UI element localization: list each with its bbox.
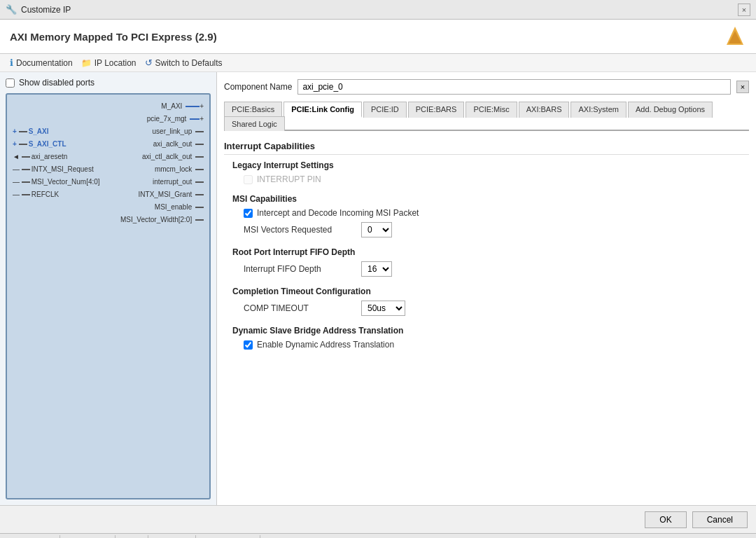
bottom-tab-log[interactable]: Log (115, 535, 148, 539)
msi-vectors-select[interactable]: 012481632 (361, 222, 392, 237)
tab-axi-bars[interactable]: AXI:BARS (519, 102, 570, 118)
xilinx-logo (724, 25, 746, 48)
fifo-depth-label: Interrupt FIFO Depth (244, 264, 356, 274)
port-row: MSI_enable (10, 201, 206, 214)
component-name-input[interactable] (298, 79, 731, 95)
tab-pcie-misc[interactable]: PCIE:Misc (465, 102, 517, 118)
port-row: MSI_Vector_Width[2:0] (10, 214, 206, 226)
footer-buttons: OK Cancel (645, 511, 748, 528)
bottom-bar: Tcl ConsoleMessagesLogReportsDesign Runs (0, 533, 756, 538)
section-title: Interrupt Capabilities (224, 141, 749, 155)
enable-dynamic-row: Enable Dynamic Address Translation (244, 340, 749, 350)
port-row: — INTX_MSI_Request mmcm_lock (10, 163, 206, 176)
toolbar: ℹ Documentation 📁 IP Location ↺ Switch t… (0, 54, 756, 72)
fifo-depth-select[interactable]: 48163264 (361, 261, 392, 277)
completion-timeout-section: Completion Timeout Configuration COMP TI… (232, 287, 749, 316)
fifo-depth-row: Interrupt FIFO Depth 48163264 (244, 261, 749, 277)
interrupt-pin-label: INTERRUPT PIN (257, 174, 321, 184)
component-diagram: M_AXI + pcie_7x_mgt + + S_AXI user_link_… (6, 93, 211, 499)
cancel-button[interactable]: Cancel (692, 511, 748, 528)
port-s-axi-ctl: + S_AXI_CTL (13, 138, 66, 151)
app-icon: 🔧 (6, 4, 17, 15)
ip-location-button[interactable]: 📁 IP Location (81, 58, 136, 68)
comp-timeout-select[interactable]: 50us100us200us1ms10ms (361, 301, 405, 316)
port-msi-vector-num: — MSI_Vector_Num[4:0] (13, 176, 100, 188)
footer: OK Cancel (0, 505, 756, 533)
port-row: pcie_7x_mgt + (10, 113, 206, 125)
port-pcie-7x: pcie_7x_mgt + (147, 113, 204, 125)
show-disabled-row: Show disabled ports (6, 78, 211, 88)
right-panel: Component Name × PCIE:BasicsPCIE:Link Co… (217, 72, 756, 505)
port-refclk: — REFCLK (13, 188, 59, 201)
dynamic-slave-title: Dynamic Slave Bridge Address Translation (232, 326, 749, 336)
bottom-tab-design-runs[interactable]: Design Runs (196, 535, 260, 539)
bottom-tab-reports[interactable]: Reports (148, 535, 196, 539)
refresh-icon: ↺ (145, 57, 153, 68)
port-s-axi: + S_AXI (13, 125, 49, 138)
msi-capabilities-section: MSI Capabilities Intercept and Decode In… (232, 194, 749, 237)
port-axi-aclk-out: axi_aclk_out (153, 138, 204, 151)
port-row: ◄ axi_aresetn axi_ctl_aclk_out (10, 151, 206, 163)
port-msi-vector-width: MSI_Vector_Width[2:0] (120, 214, 204, 226)
comp-timeout-label: COMP TIMEOUT (244, 303, 356, 313)
app-header: AXI Memory Mapped To PCI Express (2.9) (0, 20, 756, 54)
tab-pcie-id[interactable]: PCIE:ID (363, 102, 407, 118)
root-port-fifo-section: Root Port Interrupt FIFO Depth Interrupt… (232, 247, 749, 277)
port-user-link-up: user_link_up (153, 125, 204, 138)
port-row: + S_AXI_CTL axi_aclk_out (10, 138, 206, 151)
tab-add-debug[interactable]: Add. Debug Options (628, 102, 713, 118)
info-icon: ℹ (10, 57, 13, 68)
root-port-fifo-title: Root Port Interrupt FIFO Depth (232, 247, 749, 257)
bottom-tab-tcl-console[interactable]: Tcl Console (0, 535, 60, 539)
msi-vectors-row: MSI Vectors Requested 012481632 (244, 222, 749, 237)
clear-component-name-button[interactable]: × (736, 81, 749, 93)
comp-timeout-row: COMP TIMEOUT 50us100us200us1ms10ms (244, 301, 749, 316)
port-interrupt-out: interrupt_out (153, 176, 204, 188)
close-button[interactable]: × (738, 4, 750, 16)
port-row: — REFCLK INTX_MSI_Grant (10, 188, 206, 201)
title-bar: 🔧 Customize IP × (0, 0, 756, 20)
switch-to-defaults-button[interactable]: ↺ Switch to Defaults (145, 57, 223, 68)
tab-pcie-bars[interactable]: PCIE:BARS (408, 102, 465, 118)
dynamic-slave-section: Dynamic Slave Bridge Address Translation… (232, 326, 749, 350)
port-row: M_AXI + (10, 100, 206, 113)
port-row: — MSI_Vector_Num[4:0] interrupt_out (10, 176, 206, 188)
component-name-label: Component Name (224, 82, 292, 92)
tab-pcie-basics[interactable]: PCIE:Basics (224, 102, 282, 118)
show-disabled-label: Show disabled ports (19, 78, 94, 88)
port-axi-aresetn: ◄ axi_aresetn (13, 151, 67, 163)
enable-dynamic-label: Enable Dynamic Address Translation (257, 340, 394, 350)
intercept-msi-checkbox[interactable] (244, 209, 253, 218)
port-m-axi: M_AXI + (161, 100, 204, 113)
ok-button[interactable]: OK (645, 511, 686, 528)
interrupt-pin-checkbox[interactable] (244, 175, 253, 184)
port-mmcm-lock: mmcm_lock (155, 163, 204, 176)
port-intx-msi: — INTX_MSI_Request (13, 163, 94, 176)
tab-pcie-link-config[interactable]: PCIE:Link Config (284, 102, 362, 118)
main-layout: Show disabled ports M_AXI + pcie_7x_mgt … (0, 72, 756, 505)
tabs-row: PCIE:BasicsPCIE:Link ConfigPCIE:IDPCIE:B… (224, 102, 749, 131)
tab-shared-logic[interactable]: Shared Logic (224, 116, 285, 131)
legacy-interrupt-section: Legacy Interrupt Settings INTERRUPT PIN (232, 160, 749, 184)
app-title: AXI Memory Mapped To PCI Express (2.9) (10, 31, 217, 43)
title-bar-title: Customize IP (21, 5, 71, 15)
component-name-row: Component Name × (224, 79, 749, 95)
completion-timeout-title: Completion Timeout Configuration (232, 287, 749, 296)
msi-vectors-label: MSI Vectors Requested (244, 225, 356, 235)
port-msi-enable: MSI_enable (155, 201, 204, 214)
diagram-ports: M_AXI + pcie_7x_mgt + + S_AXI user_link_… (10, 100, 206, 492)
port-row: + S_AXI user_link_up (10, 125, 206, 138)
folder-icon: 📁 (81, 58, 92, 68)
msi-capabilities-title: MSI Capabilities (232, 194, 749, 204)
enable-dynamic-checkbox[interactable] (244, 340, 253, 350)
left-panel: Show disabled ports M_AXI + pcie_7x_mgt … (0, 72, 217, 505)
intercept-row: Intercept and Decode Incoming MSI Packet (244, 208, 749, 218)
documentation-button[interactable]: ℹ Documentation (10, 57, 73, 68)
content-area: Interrupt Capabilities Legacy Interrupt … (224, 138, 749, 362)
interrupt-pin-row: INTERRUPT PIN (244, 174, 749, 184)
show-disabled-checkbox[interactable] (6, 78, 15, 88)
bottom-tab-messages[interactable]: Messages (60, 535, 115, 539)
intercept-msi-label: Intercept and Decode Incoming MSI Packet (257, 208, 419, 218)
legacy-interrupt-title: Legacy Interrupt Settings (232, 160, 749, 170)
tab-axi-system[interactable]: AXI:System (570, 102, 626, 118)
